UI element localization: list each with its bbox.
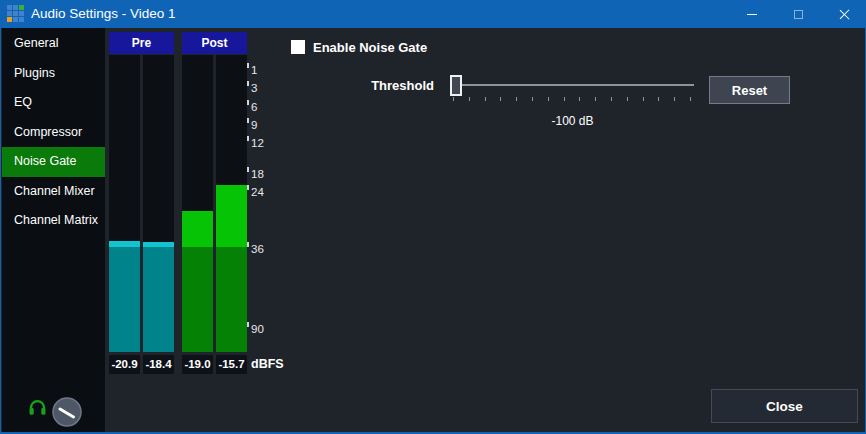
scale-tick	[247, 63, 249, 68]
meter-column-pre-left	[109, 55, 140, 352]
app-logo-icon	[7, 5, 24, 22]
sidebar-item-compressor[interactable]: Compressor	[2, 118, 105, 148]
scale-tick	[247, 136, 249, 141]
sidebar: General Plugins EQ Compressor Noise Gate…	[2, 28, 105, 432]
scale-tick	[247, 185, 249, 190]
meter-reading-post-left: -19.0	[182, 355, 213, 374]
meter-bar-pre-left	[109, 247, 140, 352]
threshold-label: Threshold	[334, 78, 434, 93]
meter-bar-post-left-bright	[182, 211, 213, 247]
meter-column-post-left	[182, 55, 213, 352]
headphones-icon[interactable]	[28, 398, 47, 421]
minimize-icon	[747, 14, 757, 15]
meter-reading-pre-right: -18.4	[143, 355, 174, 374]
meter-header-pre: Pre	[109, 32, 174, 54]
meter-bar-post-right	[216, 247, 247, 352]
window-title: Audio Settings - Video 1	[31, 0, 176, 28]
audio-settings-window: Audio Settings - Video 1 General Plugins…	[0, 0, 866, 434]
close-window-button[interactable]	[821, 0, 866, 28]
scale-tick	[247, 100, 249, 105]
meter-column-pre-right	[143, 55, 174, 352]
maximize-button[interactable]	[775, 0, 821, 28]
threshold-slider-tickmarks	[453, 97, 691, 101]
meter-reading-pre-left: -20.9	[109, 355, 140, 374]
scale-tick	[247, 167, 249, 172]
scale-tick	[247, 81, 249, 86]
close-icon	[839, 9, 850, 20]
meter-bar-pre-right	[143, 247, 174, 352]
meter-column-post-right	[216, 55, 247, 352]
sidebar-item-channel-matrix[interactable]: Channel Matrix	[2, 206, 105, 236]
sidebar-item-general[interactable]: General	[2, 29, 105, 59]
threshold-slider-thumb[interactable]	[450, 75, 462, 96]
scale-tick	[247, 242, 249, 247]
sidebar-item-plugins[interactable]: Plugins	[2, 59, 105, 89]
enable-noise-gate-checkbox[interactable]	[291, 40, 305, 54]
sidebar-item-noise-gate[interactable]: Noise Gate	[2, 147, 105, 177]
meter-header-post: Post	[182, 32, 247, 54]
scale-tick	[247, 322, 249, 327]
sidebar-item-eq[interactable]: EQ	[2, 88, 105, 118]
sidebar-item-channel-mixer[interactable]: Channel Mixer	[2, 177, 105, 207]
reset-button-label: Reset	[732, 83, 767, 98]
meter-reading-post-right: -15.7	[216, 355, 247, 374]
scale-tick	[247, 118, 249, 123]
close-button-label: Close	[766, 399, 803, 414]
meter-unit-label: dBFS	[251, 355, 284, 374]
titlebar[interactable]: Audio Settings - Video 1	[1, 0, 866, 28]
maximize-icon	[794, 10, 803, 19]
reset-button[interactable]: Reset	[709, 76, 790, 104]
close-button[interactable]: Close	[711, 389, 858, 423]
meter-bar-post-right-bright	[216, 185, 247, 247]
minimize-button[interactable]	[729, 0, 775, 28]
threshold-slider-track[interactable]	[451, 84, 694, 86]
monitor-volume-knob[interactable]	[52, 397, 82, 431]
threshold-value: -100 dB	[451, 114, 694, 128]
meter-bar-post-left	[182, 247, 213, 352]
enable-noise-gate-label: Enable Noise Gate	[313, 40, 427, 55]
